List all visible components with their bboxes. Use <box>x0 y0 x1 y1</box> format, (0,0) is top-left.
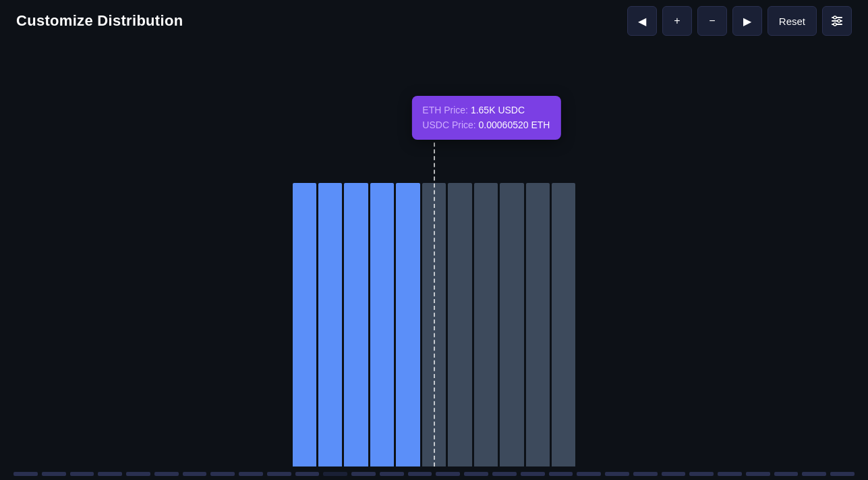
tick-15 <box>408 472 432 476</box>
usdc-price-label: USDC Price: <box>422 119 475 130</box>
tick-19 <box>521 472 545 476</box>
eth-price-line: ETH Price: 1.65K USDC <box>422 103 550 117</box>
tick-6 <box>154 472 179 476</box>
reset-button[interactable]: Reset <box>768 6 817 36</box>
filter-button[interactable] <box>822 6 852 36</box>
next-icon: ▶ <box>743 15 751 28</box>
bar-dark-5 <box>526 183 550 466</box>
prev-icon: ◀ <box>638 15 646 28</box>
svg-point-3 <box>834 16 836 19</box>
usdc-price-value: 0.00060520 ETH <box>479 119 550 130</box>
tick-23 <box>633 472 658 476</box>
tick-24 <box>662 472 686 476</box>
bar-blue-2 <box>318 183 342 466</box>
filter-icon <box>830 14 844 28</box>
tick-20 <box>549 472 573 476</box>
tick-29 <box>802 472 826 476</box>
eth-price-label: ETH Price: <box>422 105 468 115</box>
plus-button[interactable]: + <box>662 6 692 36</box>
bar-blue-4 <box>370 183 394 466</box>
page-title: Customize Distribution <box>16 12 183 30</box>
bar-dark-2 <box>448 183 471 466</box>
tick-1 <box>13 472 38 476</box>
reset-label: Reset <box>779 16 805 27</box>
tick-18 <box>492 472 517 476</box>
svg-point-4 <box>838 20 840 22</box>
tick-9 <box>239 472 263 476</box>
tick-8 <box>210 472 235 476</box>
bar-dark-4 <box>500 183 523 466</box>
tick-5 <box>126 472 150 476</box>
tick-4 <box>98 472 122 476</box>
minus-button[interactable]: − <box>697 6 727 36</box>
toolbar: ◀ + − ▶ Reset <box>627 6 852 36</box>
tick-21 <box>577 472 601 476</box>
tick-3 <box>70 472 94 476</box>
tick-10 <box>267 472 291 476</box>
x-axis <box>0 468 868 480</box>
bar-chart <box>293 183 576 466</box>
tick-22 <box>605 472 629 476</box>
bar-blue-1 <box>293 183 316 466</box>
tick-26 <box>718 472 742 476</box>
tick-28 <box>774 472 799 476</box>
tick-30 <box>830 472 855 476</box>
bar-dark-3 <box>474 183 498 466</box>
tick-13 <box>351 472 376 476</box>
price-tooltip: ETH Price: 1.65K USDC USDC Price: 0.0006… <box>411 96 560 140</box>
eth-price-value: 1.65K USDC <box>471 105 525 115</box>
prev-button[interactable]: ◀ <box>627 6 657 36</box>
bar-blue-5 <box>396 183 419 466</box>
tick-16 <box>436 472 460 476</box>
chart-area: ETH Price: 1.65K USDC USDC Price: 0.0006… <box>0 42 868 480</box>
next-button[interactable]: ▶ <box>732 6 762 36</box>
tick-7 <box>183 472 207 476</box>
tick-27 <box>746 472 770 476</box>
svg-point-5 <box>834 23 836 26</box>
tick-2 <box>42 472 66 476</box>
bar-blue-3 <box>344 183 368 466</box>
header: Customize Distribution ◀ + − ▶ Reset <box>0 0 868 42</box>
tick-17 <box>464 472 488 476</box>
bar-dark-6 <box>552 183 575 466</box>
tick-11 <box>295 472 320 476</box>
tick-25 <box>689 472 714 476</box>
plus-icon: + <box>674 15 680 27</box>
minus-icon: − <box>709 15 715 27</box>
usdc-price-line: USDC Price: 0.00060520 ETH <box>422 117 550 132</box>
tick-12 <box>323 472 347 476</box>
price-line <box>434 129 435 466</box>
tick-14 <box>380 472 404 476</box>
